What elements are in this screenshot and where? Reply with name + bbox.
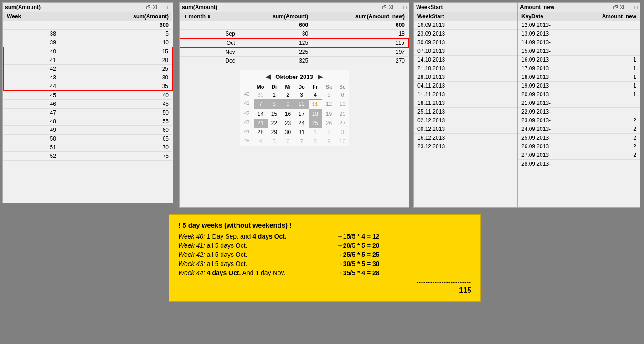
panel2-xl-icon[interactable]: 🗗	[382, 5, 387, 10]
panel4-title: Amount_new	[520, 4, 554, 10]
cal-day[interactable]: 20	[336, 109, 350, 119]
amount-new-cell	[575, 47, 640, 56]
keydate-cell: 23.09.2013-	[518, 116, 575, 125]
cal-day[interactable]: 6	[336, 90, 350, 99]
cal-day[interactable]: 8	[309, 137, 322, 146]
cal-day[interactable]: 16	[281, 109, 295, 119]
cal-day[interactable]: 31	[295, 128, 309, 137]
amount-cell: 125	[239, 38, 312, 47]
cal-day[interactable]: 25	[309, 119, 322, 128]
annotation-left-0: Week 40: 1 Day Sep. and 4 days Oct.	[178, 233, 333, 240]
cal-day[interactable]: 17	[295, 109, 309, 119]
keydate-cell: 25.09.2013-	[518, 134, 575, 142]
cal-day[interactable]: 13	[336, 99, 350, 109]
week-cell: 47	[3, 109, 60, 117]
table-row: 13.09.2013-	[518, 30, 640, 38]
table-row: 4750	[3, 109, 172, 117]
amount-new-cell: 2	[575, 142, 640, 151]
panel2-minimize[interactable]: —	[397, 5, 402, 10]
keydate-cell: 17.09.2013	[518, 64, 575, 73]
panel4-maximize[interactable]: □	[634, 5, 638, 10]
table-row: 11.11.2013	[414, 90, 534, 99]
cal-day[interactable]: 3	[336, 128, 350, 137]
panel3-tbody: 16.09.201323.09.201330.09.201307.10.2013…	[414, 21, 534, 151]
panel3-table: WeekStart 16.09.201323.09.201330.09.2013…	[414, 12, 534, 151]
cal-day[interactable]: 7	[295, 137, 309, 146]
annotation-total: 115	[178, 287, 471, 295]
panel2-xl-label[interactable]: XL	[389, 5, 395, 10]
cal-day[interactable]: 10	[336, 137, 350, 146]
cal-day[interactable]: 14	[254, 109, 268, 119]
panel4-xl-label[interactable]: XL	[620, 5, 626, 10]
cal-day[interactable]: 30	[281, 128, 295, 137]
week-cell: 41	[3, 56, 60, 65]
cal-day[interactable]: 18	[309, 109, 322, 119]
cal-day[interactable]: 24	[295, 119, 309, 128]
cal-day[interactable]: 4	[254, 137, 268, 146]
amount-cell: 30	[60, 73, 172, 82]
cal-next-btn[interactable]: ▶	[318, 73, 323, 80]
cal-day[interactable]: 2	[322, 128, 336, 137]
cal-day[interactable]: 2	[281, 90, 295, 99]
month-cell: Sep	[180, 30, 239, 39]
panel2-title: sum(Amount)	[182, 4, 217, 10]
cal-day[interactable]: 8	[268, 99, 281, 109]
cal-day[interactable]: 23	[281, 119, 295, 128]
cal-day[interactable]: 11	[309, 99, 322, 109]
weekstart-cell: 23.12.2013	[414, 142, 534, 151]
amount-cell: 35	[60, 82, 172, 91]
cal-day[interactable]: 19	[322, 109, 336, 119]
amount-new-cell	[575, 108, 640, 116]
cal-day[interactable]: 1	[268, 90, 281, 99]
cal-day[interactable]: 1	[309, 128, 322, 137]
cal-day[interactable]: 15	[268, 109, 281, 119]
cal-day[interactable]: 9	[322, 137, 336, 146]
ann-italic-1: Week 41:	[178, 242, 205, 249]
amount-new-cell: 2	[575, 116, 640, 125]
month-cell: Dec	[180, 57, 239, 65]
cal-week-number: 42	[240, 109, 254, 119]
table-row: 22.09.2013-	[518, 108, 640, 116]
week-cell: 51	[3, 143, 60, 152]
weekstart-cell: 02.12.2013	[414, 116, 534, 125]
cal-day[interactable]: 22	[268, 119, 281, 128]
keydate-cell: 13.09.2013-	[518, 30, 575, 38]
panel1-maximize[interactable]: □	[167, 5, 170, 10]
cal-day[interactable]: 7	[254, 99, 268, 109]
panel4-xl-icon[interactable]: 🗗	[613, 5, 618, 10]
panel4-scroll[interactable]: KeyDate ↑ Amount_new 12.09.2013-13.09.20…	[518, 12, 640, 168]
cal-day[interactable]: 30	[254, 90, 268, 99]
cal-day-header: Fr	[309, 83, 322, 90]
ann-italic-3: Week 43:	[178, 260, 205, 267]
table-row: 5275	[3, 152, 172, 161]
panel2-maximize[interactable]: □	[403, 5, 407, 10]
cal-day[interactable]: 12	[322, 99, 336, 109]
ann-normal-2: all 5 days Oct.	[207, 251, 247, 258]
amount-cell: 225	[239, 47, 312, 57]
cal-day[interactable]: 29	[268, 128, 281, 137]
table-row: 4120	[3, 56, 172, 65]
cal-day[interactable]: 5	[322, 90, 336, 99]
annotation-row-1: Week 41: all 5 days Oct. → 20/5 * 5 = 20	[178, 242, 471, 249]
table-row: 23.09.2013	[414, 30, 534, 38]
cal-day[interactable]: 27	[336, 119, 350, 128]
cal-day[interactable]: 9	[281, 99, 295, 109]
cal-day[interactable]: 21	[254, 119, 268, 128]
panel1-xl-label[interactable]: XL	[153, 5, 159, 10]
month-cell: Oct	[180, 38, 239, 47]
cal-prev-btn[interactable]: ◀	[266, 73, 271, 80]
panel1-minimize[interactable]: —	[160, 5, 165, 10]
panel4-tbody: 12.09.2013-13.09.2013-14.09.2013-15.09.2…	[518, 21, 640, 168]
panel4-minimize[interactable]: —	[628, 5, 633, 10]
amount-new-cell	[575, 30, 640, 38]
cal-week-number: 43	[240, 119, 254, 128]
panel1-xl-icon[interactable]: 🗗	[146, 5, 151, 10]
cal-day[interactable]: 3	[295, 90, 309, 99]
cal-day[interactable]: 5	[268, 137, 281, 146]
cal-day[interactable]: 26	[322, 119, 336, 128]
cal-day[interactable]: 10	[295, 99, 309, 109]
cal-day[interactable]: 28	[254, 128, 268, 137]
cal-day[interactable]: 4	[309, 90, 322, 99]
table-row: 14.09.2013-	[518, 38, 640, 47]
cal-day[interactable]: 6	[281, 137, 295, 146]
